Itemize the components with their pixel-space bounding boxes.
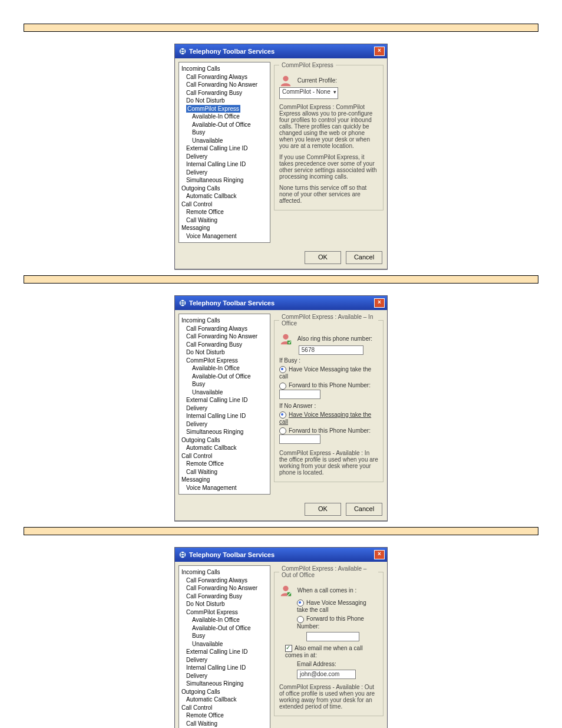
- tree-cfna[interactable]: Call Forwarding No Answer: [180, 332, 269, 341]
- titlebar[interactable]: Telephony Toolbar Services ×: [175, 296, 387, 310]
- tree-outgoing-calls[interactable]: Outgoing Calls: [180, 436, 269, 444]
- caption-row-1: [24, 24, 538, 32]
- tree-call-control[interactable]: Call Control: [180, 704, 269, 712]
- tree-cfb[interactable]: Call Forwarding Busy: [180, 592, 269, 601]
- tree-cfna[interactable]: Call Forwarding No Answer: [180, 584, 269, 592]
- nav-tree[interactable]: Incoming Calls Call Forwarding Always Ca…: [178, 565, 270, 728]
- tree-unavailable[interactable]: Unavailable: [180, 388, 269, 397]
- tree-unavailable[interactable]: Unavailable: [180, 137, 269, 145]
- fieldset-legend: CommPilot Express : Available – In Offic…: [279, 314, 378, 327]
- tree-available-out-of-office[interactable]: Available-Out of Office: [180, 624, 269, 633]
- busy-forward-input[interactable]: [279, 390, 320, 399]
- svg-point-3: [283, 334, 288, 340]
- svg-point-0: [180, 48, 186, 55]
- also-ring-value: 5678: [302, 347, 315, 353]
- tree-sim-ringing[interactable]: Simultaneous Ringing: [180, 680, 269, 688]
- tree-iclid[interactable]: Internal Calling Line ID Delivery: [180, 160, 269, 176]
- tree-available-out-of-office[interactable]: Available-Out of Office: [180, 121, 269, 129]
- close-icon[interactable]: ×: [374, 47, 385, 56]
- nav-tree[interactable]: Incoming Calls Call Forwarding Always Ca…: [178, 62, 270, 243]
- radio-incoming-vm-label: Have Voice Messaging take the call: [297, 599, 366, 613]
- tree-incoming-calls[interactable]: Incoming Calls: [180, 568, 269, 577]
- tree-outgoing-calls[interactable]: Outgoing Calls: [180, 688, 269, 696]
- also-ring-input[interactable]: 5678: [299, 345, 363, 355]
- tree-dnd[interactable]: Do Not Disturb: [180, 600, 269, 608]
- titlebar[interactable]: Telephony Toolbar Services ×: [175, 548, 387, 562]
- dialog-available-in-office: Telephony Toolbar Services × Incoming Ca…: [174, 295, 388, 521]
- tree-cfa[interactable]: Call Forwarding Always: [180, 73, 269, 81]
- svg-point-2: [180, 300, 186, 307]
- radio-busy-forward[interactable]: [279, 383, 286, 390]
- tree-cfb[interactable]: Call Forwarding Busy: [180, 89, 269, 97]
- tree-busy[interactable]: Busy: [180, 129, 269, 137]
- tree-busy[interactable]: Busy: [180, 380, 269, 388]
- tree-iclid[interactable]: Internal Calling Line ID Delivery: [180, 412, 269, 428]
- tree-call-control[interactable]: Call Control: [180, 200, 269, 209]
- tree-auto-callback[interactable]: Automatic Callback: [180, 444, 269, 452]
- email-address-input[interactable]: john@doe.com: [297, 670, 356, 679]
- tree-call-waiting[interactable]: Call Waiting: [180, 216, 269, 225]
- if-busy-label: If Busy :: [279, 357, 378, 364]
- tree-incoming-calls[interactable]: Incoming Calls: [180, 317, 269, 325]
- current-profile-value: CommPilot - None: [282, 88, 330, 95]
- tree-eclid[interactable]: External Calling Line ID Delivery: [180, 648, 269, 664]
- tree-commpilot-express[interactable]: CommPilot Express: [180, 608, 269, 617]
- close-icon[interactable]: ×: [374, 298, 385, 308]
- tree-sim-ringing[interactable]: Simultaneous Ringing: [180, 176, 269, 185]
- tree-dnd[interactable]: Do Not Disturb: [180, 97, 269, 105]
- cancel-button[interactable]: Cancel: [346, 251, 382, 264]
- noanswer-forward-input[interactable]: [279, 434, 320, 444]
- tree-available-in-office[interactable]: Available-In Office: [180, 364, 269, 373]
- radio-busy-vm-label: Have Voice Messaging take the call: [279, 366, 371, 380]
- tree-call-waiting[interactable]: Call Waiting: [180, 720, 269, 728]
- ok-button[interactable]: OK: [305, 503, 341, 516]
- tree-cfa[interactable]: Call Forwarding Always: [180, 577, 269, 585]
- tree-available-in-office[interactable]: Available-In Office: [180, 113, 269, 121]
- tree-auto-callback[interactable]: Automatic Callback: [180, 696, 269, 704]
- radio-busy-vm[interactable]: [279, 366, 286, 373]
- tree-eclid[interactable]: External Calling Line ID Delivery: [180, 396, 269, 412]
- tree-auto-callback[interactable]: Automatic Callback: [180, 192, 269, 200]
- titlebar[interactable]: Telephony Toolbar Services ×: [175, 44, 387, 58]
- cancel-button[interactable]: Cancel: [346, 503, 382, 516]
- tree-available-in-office[interactable]: Available-In Office: [180, 616, 269, 624]
- checkbox-email-me[interactable]: [285, 645, 292, 652]
- tree-messaging[interactable]: Messaging: [180, 476, 269, 484]
- tree-dnd[interactable]: Do Not Disturb: [180, 348, 269, 357]
- tree-voice-management[interactable]: Voice Management: [180, 232, 269, 241]
- tree-messaging[interactable]: Messaging: [180, 224, 269, 232]
- radio-noanswer-forward[interactable]: [279, 427, 286, 434]
- description-3: None turns this service off so that none…: [279, 185, 378, 204]
- tree-cfna[interactable]: Call Forwarding No Answer: [180, 81, 269, 89]
- ok-button[interactable]: OK: [305, 251, 341, 264]
- tree-available-out-of-office[interactable]: Available-Out of Office: [180, 373, 269, 381]
- current-profile-dropdown[interactable]: CommPilot - None: [279, 87, 338, 99]
- tree-eclid[interactable]: External Calling Line ID Delivery: [180, 144, 269, 160]
- tree-call-control[interactable]: Call Control: [180, 452, 269, 460]
- radio-incoming-vm[interactable]: [297, 599, 304, 607]
- nav-tree[interactable]: Incoming Calls Call Forwarding Always Ca…: [178, 314, 270, 495]
- close-icon[interactable]: ×: [374, 550, 385, 559]
- tree-busy[interactable]: Busy: [180, 632, 269, 640]
- tree-call-waiting[interactable]: Call Waiting: [180, 468, 269, 476]
- radio-incoming-forward[interactable]: [297, 616, 304, 623]
- tree-commpilot-express[interactable]: CommPilot Express: [186, 105, 240, 113]
- tree-sim-ringing[interactable]: Simultaneous Ringing: [180, 428, 269, 436]
- tree-voice-management[interactable]: Voice Management: [180, 484, 269, 492]
- tree-incoming-calls[interactable]: Incoming Calls: [180, 65, 269, 73]
- tree-remote-office[interactable]: Remote Office: [180, 460, 269, 468]
- tree-cfb[interactable]: Call Forwarding Busy: [180, 341, 269, 349]
- tree-remote-office[interactable]: Remote Office: [180, 711, 269, 720]
- tree-unavailable[interactable]: Unavailable: [180, 640, 269, 648]
- app-icon: [178, 551, 187, 559]
- tree-outgoing-calls[interactable]: Outgoing Calls: [180, 185, 269, 193]
- when-call-label: When a call comes in :: [297, 587, 357, 594]
- tree-commpilot-express[interactable]: CommPilot Express: [180, 357, 269, 365]
- tree-iclid[interactable]: Internal Calling Line ID Delivery: [180, 664, 269, 680]
- tree-cfa[interactable]: Call Forwarding Always: [180, 325, 269, 333]
- incoming-forward-input[interactable]: [306, 632, 359, 641]
- radio-noanswer-vm[interactable]: [279, 411, 286, 419]
- caption-row-3: [24, 527, 538, 535]
- tree-remote-office[interactable]: Remote Office: [180, 208, 269, 216]
- window-title: Telephony Toolbar Services: [189, 48, 374, 55]
